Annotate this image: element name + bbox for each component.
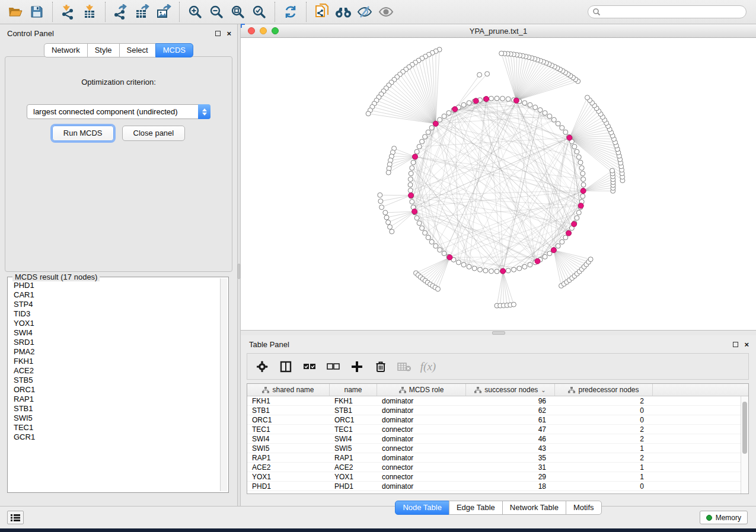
table-options-icon[interactable] [253,357,271,377]
table-row[interactable]: SWI4SWI4dominator462 [247,434,741,444]
mcds-result-list: PHD1CAR1STP4TID3YOX1SWI4SRD1PMA2FKH1ACE2… [9,278,219,491]
hide-selected-icon[interactable] [354,2,375,21]
mcds-result-item[interactable]: STB5 [14,376,219,385]
mcds-result-item[interactable]: FKH1 [14,357,219,366]
table-cell: dominator [377,396,466,405]
tab-network[interactable]: Network [44,43,88,57]
new-network-from-selection-icon[interactable] [311,2,333,21]
table-row[interactable]: ACE2ACE2connector311 [247,463,741,472]
mcds-result-item[interactable]: TEC1 [14,423,219,432]
mcds-result-item[interactable]: ACE2 [14,366,219,376]
add-column-icon[interactable] [348,357,366,377]
open-file-icon[interactable] [5,2,26,21]
show-all-icon[interactable] [375,2,397,21]
tab-motifs[interactable]: Motifs [566,501,602,515]
horizontal-splitter[interactable] [241,331,756,335]
table-float-icon[interactable] [733,342,738,347]
table-row[interactable]: PHD1PHD1dominator180 [247,482,741,491]
mcds-result-item[interactable]: SRD1 [14,338,219,347]
table-row[interactable]: RAP1RAP1dominator352 [247,453,741,463]
table-scrollbar[interactable] [741,396,748,493]
table-cell: ACE2 [330,463,377,472]
table-cell: 0 [555,482,653,491]
tab-edge-table[interactable]: Edge Table [449,501,503,515]
deselect-all-rows-icon[interactable] [324,357,342,377]
table-cell: SWI5 [247,444,330,453]
run-mcds-button[interactable]: Run MCDS [52,126,114,141]
table-cell: TEC1 [330,425,377,434]
horizontal-splitter-handle[interactable] [492,331,505,335]
search-input[interactable] [588,5,747,18]
network-canvas[interactable] [241,38,756,330]
tab-style[interactable]: Style [87,43,120,57]
table-cell: dominator [377,415,466,424]
column-header-label: predecessor nodes [578,386,639,394]
ui-options-button[interactable] [7,511,24,524]
criterion-select-value: largest connected component (undirected) [33,107,178,116]
float-panel-icon[interactable] [215,31,221,36]
zoom-fit-icon[interactable] [227,2,248,21]
mcds-result-item[interactable]: PMA2 [14,347,219,357]
delete-column-icon[interactable] [372,357,390,377]
import-table-icon[interactable] [79,2,100,21]
table-scrollbar-thumb[interactable] [742,402,747,454]
zoom-selected-icon[interactable] [248,2,270,21]
table-cell: 2 [555,396,653,405]
mcds-result-item[interactable]: ORC1 [14,385,219,395]
column-header-shared-name[interactable]: shared name [247,384,330,396]
close-panel-icon[interactable]: × [227,31,231,36]
tab-node-table[interactable]: Node Table [395,501,449,515]
table-close-icon[interactable]: × [744,342,749,347]
save-session-icon[interactable] [26,2,47,21]
mcds-result-item[interactable]: GCR1 [14,432,219,442]
table-cell: 1 [555,463,653,472]
table-row[interactable]: YOX1YOX1connector291 [247,472,741,482]
column-header-name[interactable]: name [330,384,377,396]
vertical-splitter-handle[interactable] [238,264,240,279]
export-network-icon[interactable] [110,2,132,21]
tab-mcds[interactable]: MCDS [155,43,193,57]
mcds-result-item[interactable]: STB1 [14,404,219,414]
mcds-result-item[interactable]: TID3 [14,309,219,319]
table-cell: FKH1 [330,396,377,405]
mcds-result-item[interactable]: PHD1 [14,281,219,290]
close-panel-button[interactable]: Close panel [122,126,186,141]
mcds-result-item[interactable]: CAR1 [14,290,219,300]
table-row[interactable]: TEC1TEC1connector472 [247,425,741,434]
mcds-result-item[interactable]: STP4 [14,300,219,309]
mcds-result-item[interactable]: RAP1 [14,395,219,404]
table-cell: dominator [377,406,466,415]
table-cell: connector [377,472,466,481]
control-panel-tabs: NetworkStyleSelectMCDS [0,43,237,57]
criterion-select[interactable]: largest connected component (undirected) [27,104,210,119]
mcds-result-item[interactable]: SWI5 [14,414,219,423]
table-row[interactable]: SWI5SWI5connector431 [247,444,741,453]
select-all-rows-icon[interactable] [301,357,318,377]
main-toolbar [0,0,756,24]
tab-network-table[interactable]: Network Table [502,501,566,515]
table-cell: dominator [377,482,466,491]
mcds-result-item[interactable]: SWI4 [14,328,219,338]
mcds-result-item[interactable]: YOX1 [14,319,219,328]
table-row[interactable]: STB1STB1dominator620 [247,406,741,415]
table-row[interactable]: ORC1ORC1dominator610 [247,415,741,425]
first-neighbors-icon[interactable] [333,2,354,21]
network-graph[interactable] [241,38,756,330]
import-network-icon[interactable] [58,2,79,21]
zoom-out-icon[interactable] [206,2,227,21]
tab-select[interactable]: Select [119,43,156,57]
table-row[interactable]: FKH1FKH1dominator962 [247,396,741,406]
apply-layout-icon[interactable] [280,2,301,21]
show-column-icon[interactable] [277,357,295,377]
column-header-successor-nodes[interactable]: successor nodes⌄ [466,384,555,396]
table-cell: SWI4 [330,434,377,443]
export-table-icon[interactable] [132,2,153,21]
table-cell: 62 [466,406,555,415]
export-image-icon[interactable] [153,2,174,21]
table-cell: RAP1 [247,453,330,462]
network-view-panel: YPA_prune.txt_1 [241,24,756,331]
zoom-in-icon[interactable] [184,2,206,21]
column-header-MCDS-role[interactable]: MCDS role [377,384,466,396]
column-header-predecessor-nodes[interactable]: predecessor nodes [555,384,653,396]
mcds-list-scrollbar[interactable] [220,278,227,491]
